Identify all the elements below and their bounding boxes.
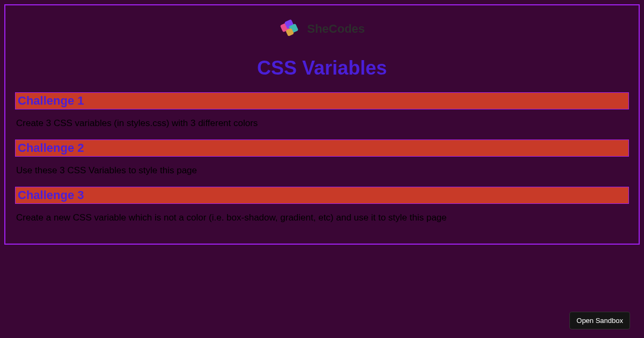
- challenge-3-heading: Challenge 3: [15, 187, 629, 204]
- challenge-3-body: Create a new CSS variable which is not a…: [15, 212, 629, 223]
- challenge-1-body: Create 3 CSS variables (in styles.css) w…: [15, 118, 629, 129]
- brand-name: SheCodes: [307, 22, 365, 36]
- challenge-2-heading: Challenge 2: [15, 139, 629, 157]
- challenge-1-heading: Challenge 1: [15, 92, 629, 109]
- challenge-2-body: Use these 3 CSS Variables to style this …: [15, 165, 629, 176]
- page-title: CSS Variables: [15, 57, 629, 79]
- brand-header: SheCodes: [15, 15, 629, 45]
- shecodes-logo-icon: [279, 18, 303, 40]
- open-sandbox-button[interactable]: Open Sandbox: [569, 312, 630, 329]
- main-container: SheCodes CSS Variables Challenge 1 Creat…: [4, 4, 640, 245]
